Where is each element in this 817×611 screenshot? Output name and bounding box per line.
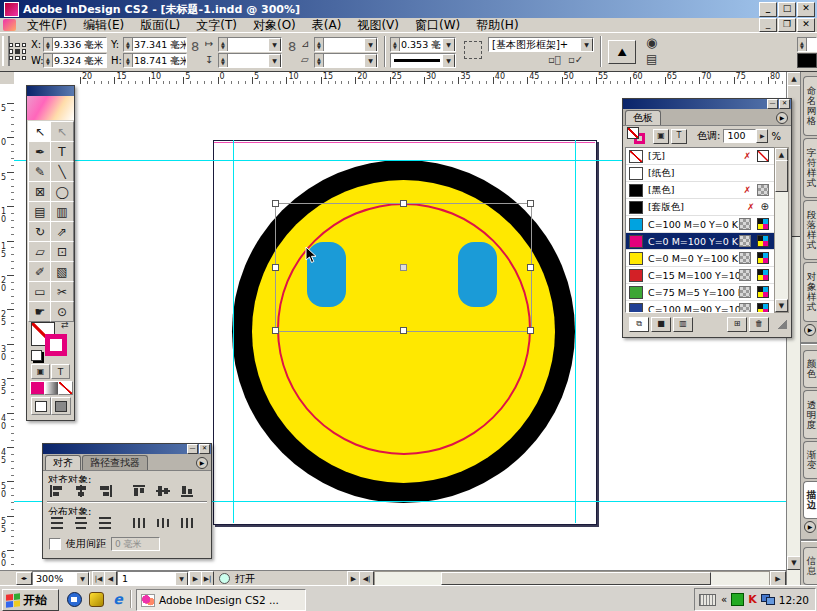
swatch-row[interactable]: C=100 M=0 Y=0 K=0 [626,216,775,233]
selection-handle[interactable] [272,200,279,207]
default-fill-stroke-icon[interactable] [31,350,42,361]
menu-0[interactable]: 文件(F) [19,18,75,32]
last-page-icon[interactable]: ▶| [201,571,214,586]
swatches-close-icon[interactable]: ✕ [779,99,790,109]
swatch-row[interactable]: C=75 M=5 Y=100 K=0 [626,284,775,301]
formatting-affects-container-button[interactable]: ▣ [31,364,50,379]
doc-close-button[interactable]: ✕ [797,18,815,32]
dock-tab-6[interactable]: 渐变 [803,441,817,479]
width-field[interactable]: ▲▼ 9.324 毫米 [43,53,107,68]
style-new-icon[interactable]: ▫✓ [568,54,583,66]
swatch-row[interactable]: [纸色] [626,165,775,182]
constrain-scale-link-icon[interactable]: 8 [288,41,296,53]
swatches-menu-icon[interactable]: ▶ [776,112,788,124]
dock-tab-5[interactable]: 透明度 [803,390,817,439]
align-menu-icon[interactable]: ▶ [196,457,208,469]
clear-overrides-icon[interactable]: ▫⃠ [548,54,561,66]
align-bottom-button[interactable] [177,483,197,498]
delete-swatch-button[interactable]: 🗑 [749,317,769,332]
reference-point-proxy[interactable] [9,43,26,60]
rotate-tool-icon[interactable]: ↻ [28,221,52,242]
affect-text-icon[interactable]: T [671,129,687,144]
new-swatch-button[interactable]: ⊞ [727,317,747,332]
align-close-icon[interactable]: ✕ [199,444,210,454]
spacing-field[interactable]: 0 毫米 [111,537,160,551]
preview-mode-button[interactable] [51,397,71,415]
go-to-bridge-button[interactable]: ⛰ [608,40,636,64]
scale-tool-icon[interactable]: ⇗ [50,221,74,242]
pencil-tool-icon[interactable]: ✎ [28,161,52,182]
scale-y-field[interactable]: ▲▼▼ [218,53,282,68]
rectangle-frame-tool-icon[interactable]: ⊠ [28,181,52,202]
swatch-scrollbar-thumb[interactable] [775,160,788,192]
menu-6[interactable]: 视图(V) [349,18,407,32]
distribute-hcenter-button[interactable] [153,515,173,530]
align-title-bar[interactable]: — ✕ [43,444,211,454]
control-menu-icon[interactable]: ▤ [646,53,657,65]
zoom-tool-icon[interactable]: ⊙ [50,301,74,322]
dock-menu-icon[interactable]: ▶ [804,324,816,336]
scissors-tool-icon[interactable]: ✂ [50,281,74,302]
selection-handle[interactable] [400,200,407,207]
start-button[interactable]: 开始 [2,589,59,611]
horizontal-scrollbar[interactable] [374,571,770,586]
tint-dropdown-icon[interactable]: ▶ [756,129,768,143]
distribute-vcenter-button[interactable] [71,515,91,530]
dock-tab-3[interactable]: 对象样式 [803,262,817,322]
y-field[interactable]: ▲▼ 37.341 毫米 [123,37,187,52]
selection-tool-icon[interactable]: ↖ [28,121,52,142]
dock-tab-4[interactable]: 颜色 [803,350,817,388]
swatch-row[interactable]: C=100 M=90 Y=10 K=0 [626,301,775,313]
horizontal-grid-tool-icon[interactable]: ▤ [28,201,52,222]
scale-x-field[interactable]: ▲▼▼ [218,37,282,52]
direct-selection-tool-icon[interactable]: ↖ [50,121,74,142]
show-all-swatches-button[interactable]: ⧉ [629,317,649,332]
button-tool-icon[interactable]: ▭ [28,281,52,302]
selection-handle[interactable] [527,327,534,334]
swatch-row[interactable]: C=15 M=100 Y=100 K=0 [626,267,775,284]
selection-handle[interactable] [527,200,534,207]
shear-field[interactable]: ▲▼▼ [314,53,378,68]
distribute-bottom-button[interactable] [95,515,115,530]
vertical-ruler[interactable]: 5051015202530354045505560 [0,84,15,570]
menu-2[interactable]: 版面(L) [132,18,188,32]
show-color-swatches-button[interactable]: ■ [651,317,671,332]
menu-3[interactable]: 文字(T) [188,18,245,32]
tray-antivirus-icon[interactable]: K [748,593,757,606]
normal-view-mode-button[interactable] [31,397,51,415]
quick-apply-icon[interactable]: ◉ [646,37,657,49]
distribute-right-button[interactable] [177,515,197,530]
constrain-wh-link-icon[interactable]: 8 [191,41,199,53]
free-transform-tool-icon[interactable]: ⊡ [50,241,74,262]
align-right-button[interactable] [95,483,115,498]
distribute-top-button[interactable] [47,515,67,530]
formatting-affects-text-button[interactable]: T [51,364,70,379]
hand-tool-icon[interactable]: ☛ [28,301,52,322]
taskbar-task-indesign[interactable]: Adobe InDesign CS2 ... [136,589,306,611]
swatches-title-bar[interactable]: — ✕ [623,99,791,109]
gradient-tool-icon[interactable]: ▧ [50,261,74,282]
dock-tab-0[interactable]: 命名网格 [803,76,817,136]
affect-container-icon[interactable]: ▣ [653,129,669,144]
distribute-left-button[interactable] [129,515,149,530]
shear-tool-icon[interactable]: ▱ [28,241,52,262]
horizontal-scrollbar-thumb[interactable] [441,572,711,585]
tab-align[interactable]: 对齐 [45,455,81,470]
tab-swatches[interactable]: 色板 [625,110,661,125]
x-field[interactable]: ▲▼ 9.336 毫米 [43,37,107,52]
align-hcenter-button[interactable] [71,483,91,498]
use-spacing-checkbox[interactable] [49,538,61,550]
page-number-select[interactable]: 1 ▼ [117,571,189,586]
swatch-row[interactable]: C=0 M=100 Y=0 K=0 [626,233,775,250]
zoom-stepper[interactable]: ◂▸ [16,572,32,585]
fill-proxy-black[interactable] [797,53,817,68]
scroll-up-icon[interactable]: ▲ [787,72,801,86]
menu-8[interactable]: 帮助(H) [468,18,526,32]
swatch-scroll-down-icon[interactable]: ▼ [775,299,788,312]
ruler-guide-vertical[interactable] [575,140,576,523]
align-minimize-icon[interactable]: — [187,444,198,454]
menu-4[interactable]: 对象(O) [245,18,304,32]
dock-tab-1[interactable]: 字符样式 [803,138,817,198]
swap-fill-stroke-icon[interactable]: ⇄ [61,320,69,330]
swatch-row[interactable]: [无]✗ [626,148,775,165]
